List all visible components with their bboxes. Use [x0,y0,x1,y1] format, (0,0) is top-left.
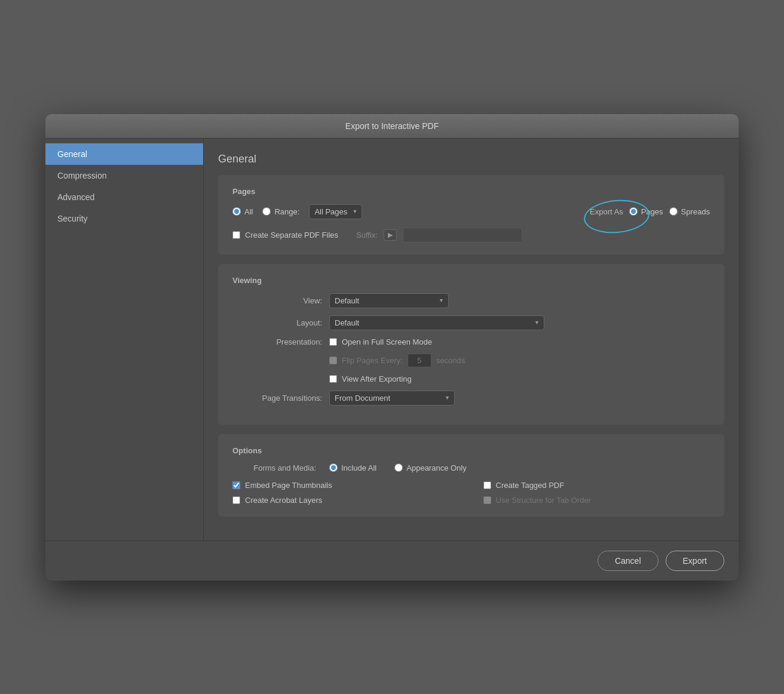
all-label: All [244,207,253,216]
view-label: View: [232,296,322,305]
open-fullscreen-label: Open in Full Screen Mode [342,337,432,346]
title-bar: Export to Interactive PDF [45,114,739,139]
seconds-label: seconds [436,356,465,365]
open-fullscreen-checkbox-item[interactable]: Open in Full Screen Mode [329,337,432,346]
create-tagged-checkbox[interactable] [483,481,491,489]
range-label: Range: [274,207,299,216]
page-transitions-dropdown[interactable]: From Document None Dissolve Fade [329,391,455,406]
separate-pdf-row: Create Separate PDF Files Suffix: ▶ [232,228,710,242]
section-title: General [218,153,724,165]
sidebar-item-security[interactable]: Security [45,208,203,229]
view-after-checkbox-item[interactable]: View After Exporting [329,374,710,383]
use-structure-checkbox [483,496,491,504]
create-separate-checkbox-item[interactable]: Create Separate PDF Files [232,231,338,239]
view-dropdown[interactable]: Default Fit Page Fit Width Fit Height Ac… [329,293,449,308]
viewing-panel-label: Viewing [232,276,710,285]
layout-label: Layout: [232,318,322,327]
all-radio-item[interactable]: All [232,207,253,216]
pages-panel: Pages All Range: [218,175,724,254]
suffix-input[interactable] [403,228,522,242]
page-transitions-row: Page Transitions: From Document None Dis… [232,391,710,406]
options-panel: Options Forms and Media: Include All App… [218,434,724,517]
create-tagged-label: Create Tagged PDF [496,481,565,490]
sidebar-item-compression[interactable]: Compression [45,165,203,186]
appearance-only-radio-item[interactable]: Appearance Only [394,463,466,472]
pages-panel-label: Pages [232,187,710,196]
spreads-radio[interactable] [669,207,678,216]
spreads-label: Spreads [681,207,710,216]
create-acrobat-checkbox[interactable] [232,496,240,504]
bottom-bar: Cancel Export [45,541,739,581]
use-structure-label: Use Structure for Tab Order [496,496,591,505]
range-dropdown[interactable]: All Pages Custom [309,204,362,219]
view-after-checkbox[interactable] [329,375,337,383]
create-acrobat-label: Create Acrobat Layers [245,496,322,505]
main-content: General Pages All Range: [204,139,739,541]
flip-pages-row: Flip Pages Every: seconds [329,354,710,367]
sidebar: General Compression Advanced Security [45,139,204,541]
suffix-label: Suffix: [356,231,378,239]
flip-pages-input[interactable] [408,354,431,367]
include-all-radio-item[interactable]: Include All [329,463,376,472]
pages-export-radio[interactable] [629,207,638,216]
flip-pages-checkbox [329,357,337,364]
range-radio[interactable] [262,207,271,216]
cancel-button[interactable]: Cancel [598,551,659,571]
dialog-title: Export to Interactive PDF [345,121,439,131]
all-radio[interactable] [232,207,241,216]
use-structure-checkbox-item: Use Structure for Tab Order [483,496,710,505]
flip-pages-label: Flip Pages Every: [342,356,403,365]
range-radio-item[interactable]: Range: [262,207,299,216]
embed-thumbnails-checkbox[interactable] [232,481,240,489]
presentation-label: Presentation: [232,337,322,346]
appearance-only-label: Appearance Only [406,463,466,472]
layout-dropdown[interactable]: Default Single Page Two-Up (Facing) Two-… [329,315,544,330]
open-fullscreen-checkbox[interactable] [329,338,337,346]
export-dialog: Export to Interactive PDF General Compre… [45,114,739,581]
include-all-radio[interactable] [329,463,338,472]
sidebar-item-advanced[interactable]: Advanced [45,186,203,208]
page-transitions-dropdown-wrapper[interactable]: From Document None Dissolve Fade [329,391,455,406]
presentation-row: Presentation: Open in Full Screen Mode [232,337,710,346]
range-dropdown-wrapper[interactable]: All Pages Custom [309,204,362,219]
dialog-content: General Compression Advanced Security Ge… [45,139,739,541]
page-transitions-label: Page Transitions: [232,394,322,403]
forms-media-row: Forms and Media: Include All Appearance … [232,463,710,472]
pages-radio-item[interactable]: Pages [629,207,663,216]
viewing-panel: Viewing View: Default Fit Page Fit Width… [218,264,724,425]
options-grid: Embed Page Thumbnails Create Tagged PDF … [232,481,710,505]
layout-dropdown-wrapper[interactable]: Default Single Page Two-Up (Facing) Two-… [329,315,544,330]
flip-pages-checkbox-item: Flip Pages Every: [329,356,403,365]
create-separate-label: Create Separate PDF Files [245,231,338,239]
view-after-label: View After Exporting [342,374,412,383]
suffix-arrow-btn[interactable]: ▶ [384,229,397,241]
layout-row: Layout: Default Single Page Two-Up (Faci… [232,315,710,330]
export-as-label: Export As [590,207,623,216]
pages-row: All Range: All Pages Custom [232,204,710,219]
view-after-row: View After Exporting [329,374,710,383]
create-acrobat-checkbox-item[interactable]: Create Acrobat Layers [232,496,460,505]
spreads-radio-item[interactable]: Spreads [669,207,710,216]
create-tagged-checkbox-item[interactable]: Create Tagged PDF [483,481,710,490]
options-panel-label: Options [232,446,710,455]
forms-media-label: Forms and Media: [232,463,316,472]
embed-thumbnails-checkbox-item[interactable]: Embed Page Thumbnails [232,481,460,490]
view-dropdown-wrapper[interactable]: Default Fit Page Fit Width Fit Height Ac… [329,293,449,308]
embed-thumbnails-label: Embed Page Thumbnails [245,481,332,490]
include-all-label: Include All [341,463,376,472]
sidebar-item-general[interactable]: General [45,143,203,165]
appearance-only-radio[interactable] [394,463,403,472]
pages-export-label: Pages [641,207,663,216]
pages-left: All Range: All Pages Custom [232,204,362,219]
export-as-group: Export As Pages Spreads [590,207,710,216]
view-row: View: Default Fit Page Fit Width Fit Hei… [232,293,710,308]
export-button[interactable]: Export [666,551,724,571]
create-separate-checkbox[interactable] [232,231,240,239]
